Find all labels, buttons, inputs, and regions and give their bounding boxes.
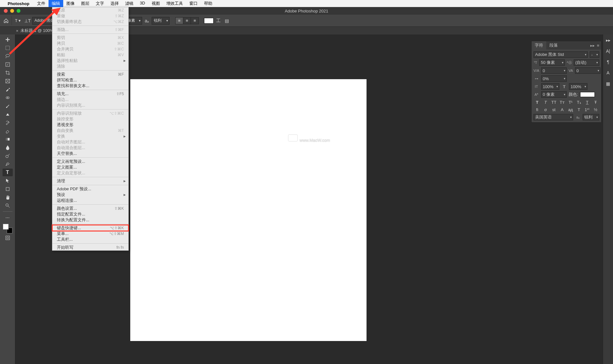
underline-button[interactable]: T [584, 99, 590, 105]
dodge-tool[interactable] [3, 152, 13, 160]
collapse-panel-icon[interactable]: ▸▸ [590, 43, 595, 48]
text-color-swatch[interactable] [204, 18, 214, 24]
menu-视图[interactable]: 视图 [148, 0, 163, 7]
ligature-ad-button[interactable]: aд [567, 107, 574, 112]
menu-item-Adobe PDF 预设[interactable]: Adobe PDF 预设... [52, 186, 128, 192]
eyedropper-tool[interactable] [3, 86, 13, 93]
bold-button[interactable]: T [534, 99, 541, 105]
paragraph-panel-icon[interactable]: ¶ [605, 59, 611, 65]
zoom-window-button[interactable] [17, 9, 20, 13]
gradient-tool[interactable] [3, 135, 13, 143]
menu-item-填充[interactable]: 填充...⇧F5 [52, 91, 128, 97]
menu-item-定义画笔预设[interactable]: 定义画笔预设... [52, 159, 128, 164]
ligature-o-button[interactable]: σ [542, 107, 549, 112]
menu-item-键盘快捷键[interactable]: 键盘快捷键...⌥⇧⌘K [52, 225, 128, 231]
menu-增效工具[interactable]: 增效工具 [163, 0, 186, 7]
expand-panels-icon[interactable]: ▸▸ [605, 37, 611, 43]
character-panel-toggle-icon[interactable]: ▤ [223, 17, 230, 24]
character-tab[interactable]: 字符 [532, 41, 546, 49]
ligature-1st-button[interactable]: 1ˢᵗ [584, 107, 590, 112]
subscript-button[interactable]: T₁ [576, 99, 582, 105]
clone-stamp-tool[interactable] [3, 110, 13, 118]
character-panel-icon[interactable]: A| [605, 48, 611, 54]
menu-item-颜色设置[interactable]: 颜色设置...⇧⌘K [52, 206, 128, 211]
italic-button[interactable]: T [542, 99, 549, 105]
zoom-tool[interactable] [3, 202, 13, 209]
panel-menu-icon[interactable]: ≡ [597, 43, 599, 48]
ligature-half-button[interactable]: ½ [592, 107, 599, 112]
strikethrough-button[interactable]: Ŧ [592, 99, 599, 105]
superscript-button[interactable]: T¹ [567, 99, 574, 105]
app-name[interactable]: Photoshop [8, 1, 29, 6]
paragraph-tab[interactable]: 段落 [546, 41, 561, 49]
pen-tool[interactable] [3, 160, 13, 168]
align-center-button[interactable]: ≡ [183, 18, 191, 24]
menu-item-工具栏[interactable]: 工具栏... [52, 237, 128, 242]
align-left-button[interactable]: ≡ [176, 18, 183, 24]
close-tab-icon[interactable]: × [16, 28, 19, 33]
panel-hscale[interactable]: 100% [541, 83, 559, 90]
menu-item-预设[interactable]: 预设 [52, 192, 128, 198]
fg-bg-color-control[interactable] [3, 224, 12, 233]
crop-tool[interactable] [3, 69, 13, 77]
path-select-tool[interactable] [3, 177, 13, 185]
menu-帮助[interactable]: 帮助 [201, 0, 216, 7]
type-tool-indicator[interactable]: T ▾ [13, 17, 23, 25]
swatches-panel-icon[interactable]: ▦ [605, 80, 611, 87]
panel-leading[interactable]: (自动) [574, 59, 599, 66]
panel-tracking[interactable]: 0 [575, 67, 601, 74]
history-brush-tool[interactable] [3, 119, 13, 126]
panel-color-swatch[interactable] [580, 92, 595, 97]
shape-tool[interactable] [3, 185, 13, 193]
menu-item-清理[interactable]: 清理 [52, 178, 128, 184]
panel-vscale[interactable]: 0% [541, 75, 567, 82]
healing-brush-tool[interactable] [3, 94, 13, 102]
brush-tool[interactable] [3, 102, 13, 110]
document-tab[interactable]: × 未标题-1 @ 100% [16, 28, 54, 34]
home-icon[interactable] [2, 17, 10, 25]
ligature-T-button[interactable]: T [576, 107, 582, 112]
menu-item-天空替换[interactable]: 天空替换... [52, 151, 128, 156]
minimize-window-button[interactable] [10, 9, 14, 13]
menu-item-透视变形[interactable]: 透视变形 [52, 122, 128, 128]
eraser-tool[interactable] [3, 127, 13, 135]
panel-antialias[interactable]: 锐利 [583, 114, 599, 120]
foreground-color-swatch[interactable] [3, 224, 9, 230]
panel-font-family[interactable]: Adobe 黑体 Std [534, 51, 588, 58]
menu-文件[interactable]: 文件 [34, 0, 49, 7]
hand-tool[interactable] [3, 193, 13, 201]
blur-tool[interactable] [3, 144, 13, 151]
text-orientation-icon[interactable]: ⊥T [24, 17, 31, 24]
panel-baseline[interactable]: 100% [569, 83, 587, 90]
menu-图层[interactable]: 图层 [78, 0, 93, 7]
menu-item-远程连接[interactable]: 远程连接... [52, 198, 128, 203]
smallcaps-button[interactable]: Tᴛ [559, 99, 565, 105]
menu-选择[interactable]: 选择 [107, 0, 122, 7]
ligature-st-button[interactable]: st [551, 107, 557, 112]
menu-图像[interactable]: 图像 [63, 0, 78, 7]
menu-滤镜[interactable]: 滤镜 [122, 0, 137, 7]
document-canvas[interactable] [130, 79, 367, 341]
menu-item-定义图案[interactable]: 定义图案... [52, 164, 128, 170]
quick-mask-toggle[interactable] [3, 234, 13, 242]
object-select-tool[interactable] [3, 61, 13, 68]
ligature-A-button[interactable]: A [559, 107, 565, 112]
antialias-select[interactable]: 锐利 [152, 17, 170, 25]
menu-文字[interactable]: 文字 [93, 0, 107, 7]
edit-toolbar-icon[interactable]: ⋯ [3, 214, 13, 221]
panel-kerning[interactable]: 0 [541, 67, 567, 74]
lasso-tool[interactable] [3, 52, 13, 60]
menu-编辑[interactable]: 编辑 [49, 0, 63, 7]
panel-baseline-shift[interactable]: 0 像素 [541, 91, 567, 98]
menu-item-菜单[interactable]: 菜单...⌥⇧⌘M [52, 231, 128, 237]
menu-item-拼写检查[interactable]: 拼写检查... [52, 77, 128, 83]
close-window-button[interactable] [4, 9, 8, 13]
menu-item-指定配置文件[interactable]: 指定配置文件... [52, 211, 128, 217]
menu-item-开始听写[interactable]: 开始听写fn fn [52, 245, 128, 250]
menu-item-查找和替换文本[interactable]: 查找和替换文本... [52, 83, 128, 89]
marquee-tool[interactable] [3, 44, 13, 52]
menu-item-转换为配置文件[interactable]: 转换为配置文件... [52, 217, 128, 223]
panel-font-size[interactable]: 50 像素 [539, 59, 565, 66]
glyphs-panel-icon[interactable]: A [605, 70, 611, 76]
panel-language[interactable]: 美国英语 [534, 114, 573, 120]
